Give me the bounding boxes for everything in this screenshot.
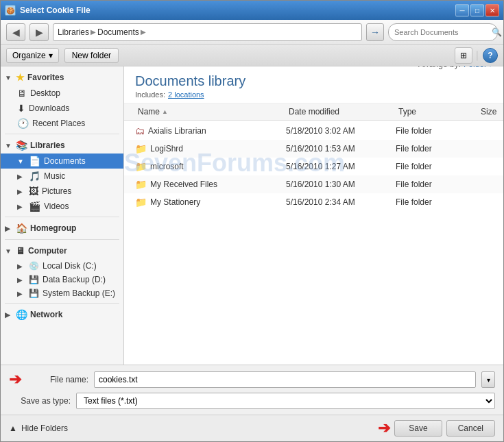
downloads-icon: ⬇ (17, 103, 25, 114)
sidebar-item-pictures-label: Pictures (42, 186, 71, 196)
save-button[interactable]: Save (394, 420, 442, 437)
computer-header[interactable]: ▼ 🖥 Computer (1, 243, 123, 259)
favorites-header[interactable]: ▼ ★ Favorites (1, 69, 123, 86)
libraries-header[interactable]: ▼ 📚 Libraries (1, 137, 123, 154)
file-cell-modified: 5/16/2010 1:53 AM (286, 144, 396, 154)
sidebar-item-data-backup[interactable]: ▶ 💾 Data Backup (D:) (1, 273, 123, 286)
file-area: Documents library Includes: 2 locations … (124, 66, 503, 365)
sidebar-item-recent-places[interactable]: 🕐 Recent Places (1, 116, 123, 131)
table-row[interactable]: 🗂 Axialis Librarian 5/18/2010 3:02 AM Fi… (124, 122, 503, 140)
col-header-modified[interactable]: Date modified (286, 105, 396, 119)
new-folder-button[interactable]: New folder (64, 48, 119, 63)
sidebar-item-music[interactable]: ▶ 🎵 Music (1, 169, 123, 184)
hide-folders-icon: ▲ (9, 423, 17, 433)
file-cell-modified: 5/16/2010 1:27 AM (286, 162, 396, 171)
savetype-row: Save as type: Text files (*.txt) All fil… (9, 393, 495, 409)
filename-row: ➔ File name: ▾ (9, 371, 495, 389)
sidebar-item-local-disk[interactable]: ▶ 💿 Local Disk (C:) (1, 259, 123, 273)
file-cell-modified: 5/18/2010 3:02 AM (286, 126, 396, 136)
hide-folders-button[interactable]: ▲ Hide Folders (9, 423, 68, 433)
search-input[interactable] (394, 28, 489, 36)
arrange-value: Folder (464, 66, 487, 69)
col-modified-label: Date modified (289, 107, 339, 116)
col-type-label: Type (398, 107, 416, 116)
close-button[interactable]: ✕ (485, 4, 499, 16)
library-header: Documents library Includes: 2 locations … (124, 66, 503, 103)
network-group: ▶ 🌐 Network (1, 306, 123, 323)
organize-button[interactable]: Organize ▾ (6, 48, 59, 63)
minimize-button[interactable]: ─ (455, 4, 469, 16)
documents-expand-icon: ▼ (17, 158, 25, 165)
sidebar-item-system-backup[interactable]: ▶ 💾 System Backup (E:) (1, 286, 123, 300)
back-button[interactable]: ◀ (6, 23, 25, 41)
includes-link[interactable]: 2 locations (168, 90, 204, 99)
computer-group: ▼ 🖥 Computer ▶ 💿 Local Disk (C:) ▶ 💾 Dat… (1, 243, 123, 300)
data-backup-expand-icon: ▶ (17, 276, 25, 284)
sidebar-divider-3 (5, 239, 119, 240)
view-button[interactable]: ⊞ (455, 47, 472, 64)
file-cell-type: File folder (396, 144, 478, 154)
column-headers: Name ▲ Date modified Type Size (124, 103, 503, 121)
search-icon: 🔍 (492, 27, 502, 37)
breadcrumb-libraries: Libraries (58, 27, 89, 37)
network-expand-icon: ▶ (5, 311, 13, 319)
homegroup-label: Homegroup (30, 223, 76, 233)
system-backup-expand-icon: ▶ (17, 290, 25, 297)
search-bar[interactable]: 🔍 (388, 23, 498, 41)
maximize-button[interactable]: □ (470, 4, 484, 16)
libraries-label: Libraries (30, 140, 65, 150)
table-row[interactable]: 📁 LogiShrd 5/16/2010 1:53 AM File folder (124, 140, 503, 158)
filename-input[interactable] (94, 371, 476, 388)
file-name: Axialis Librarian (148, 126, 206, 136)
file-cell-name: 📁 My Received Files (135, 179, 286, 190)
address-bar[interactable]: Libraries ▶ Documents ▶ (53, 23, 362, 41)
go-button[interactable]: → (366, 23, 384, 41)
pictures-icon: 🖼 (29, 186, 38, 197)
col-header-name[interactable]: Name ▲ (135, 105, 286, 119)
sidebar-item-local-disk-label: Local Disk (C:) (43, 261, 97, 271)
filename-label: File name: (27, 375, 88, 384)
cancel-button[interactable]: Cancel (446, 420, 495, 437)
sidebar-item-music-label: Music (44, 171, 65, 181)
table-row[interactable]: 📁 microsoft 5/16/2010 1:27 AM File folde… (124, 158, 503, 175)
savetype-select[interactable]: Text files (*.txt) All files (*.*) (76, 393, 495, 409)
includes-prefix: Includes: (135, 90, 165, 99)
navigation-toolbar: ◀ ▶ Libraries ▶ Documents ▶ → 🔍 (1, 20, 503, 45)
breadcrumb-arrow2: ▶ (141, 28, 146, 36)
arrange-folder-link[interactable]: Folder ▾ (464, 66, 492, 69)
table-row[interactable]: 📁 My Received Files 5/16/2010 1:30 AM Fi… (124, 175, 503, 193)
network-icon: 🌐 (16, 309, 27, 320)
filename-dropdown-button[interactable]: ▾ (481, 371, 495, 388)
sidebar-item-documents[interactable]: ▼ 📄 Documents (1, 154, 123, 169)
col-name-label: Name (138, 107, 160, 116)
music-icon: 🎵 (29, 171, 40, 182)
file-list: 🗂 Axialis Librarian 5/18/2010 3:02 AM Fi… (124, 121, 503, 365)
breadcrumb-arrow1: ▶ (91, 28, 96, 36)
col-header-type[interactable]: Type (396, 105, 478, 119)
file-cell-type: File folder (396, 162, 478, 171)
toolbar-separator: │ (475, 51, 481, 60)
table-row[interactable]: 📁 My Stationery 5/16/2010 2:34 AM File f… (124, 193, 503, 211)
homegroup-group: ▶ 🏠 Homegroup (1, 220, 123, 236)
sidebar-item-data-backup-label: Data Backup (D:) (43, 275, 106, 284)
favorites-expand-icon: ▼ (5, 74, 13, 82)
libraries-icon: 📚 (16, 140, 27, 151)
sidebar-item-downloads[interactable]: ⬇ Downloads (1, 101, 123, 116)
library-title: Documents library (135, 73, 245, 89)
received-files-folder-icon: 📁 (135, 179, 147, 190)
music-expand-icon: ▶ (17, 173, 25, 180)
sidebar-item-desktop[interactable]: 🖥 Desktop (1, 86, 123, 101)
microsoft-folder-icon: 📁 (135, 161, 147, 172)
sidebar-item-videos[interactable]: ▶ 🎬 Videos (1, 199, 123, 214)
hide-folders-label: Hide Folders (21, 423, 68, 433)
network-header[interactable]: ▶ 🌐 Network (1, 306, 123, 323)
data-backup-icon: 💾 (29, 275, 39, 284)
action-buttons: ➔ Save Cancel (378, 419, 495, 437)
forward-button[interactable]: ▶ (29, 23, 49, 41)
sidebar-item-documents-label: Documents (44, 156, 86, 166)
col-header-size[interactable]: Size (478, 105, 503, 119)
help-button[interactable]: ? (483, 48, 498, 63)
homegroup-header[interactable]: ▶ 🏠 Homegroup (1, 220, 123, 236)
sidebar-item-pictures[interactable]: ▶ 🖼 Pictures (1, 184, 123, 199)
sidebar-item-recent-places-label: Recent Places (32, 119, 85, 128)
